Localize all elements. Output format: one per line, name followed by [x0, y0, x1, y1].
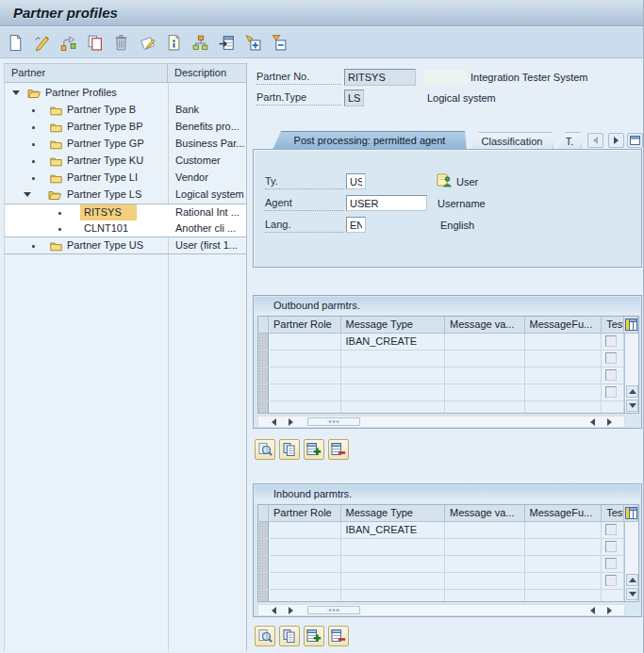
- agent-input[interactable]: [346, 195, 427, 211]
- tab-fullscreen-button[interactable]: [627, 133, 643, 148]
- test-checkbox[interactable]: [605, 558, 617, 569]
- select-all-header[interactable]: [258, 317, 269, 334]
- test-checkbox[interactable]: [605, 541, 617, 552]
- insert-row-icon[interactable]: [304, 439, 324, 460]
- tab-classification[interactable]: Classification: [471, 132, 553, 150]
- scroll-up-button[interactable]: [626, 385, 638, 398]
- hierarchy-icon[interactable]: [190, 32, 211, 53]
- expander-icon[interactable]: [12, 90, 20, 95]
- goto-table-icon[interactable]: [217, 32, 238, 53]
- display-change-icon[interactable]: [32, 32, 53, 53]
- row-selector[interactable]: [258, 556, 269, 572]
- tree-column-description[interactable]: Description: [168, 64, 246, 82]
- table-row[interactable]: IBAN_CREATE: [258, 522, 624, 539]
- arrow-right-icon[interactable]: [607, 607, 612, 614]
- arrow-right-icon[interactable]: [289, 418, 293, 426]
- row-selector[interactable]: [258, 401, 269, 414]
- col-message-function[interactable]: MessageFu...: [525, 505, 603, 522]
- tab-scroll-left-button[interactable]: [587, 133, 603, 148]
- table-row[interactable]: [258, 384, 624, 401]
- horizontal-scrollbar[interactable]: [257, 604, 625, 616]
- lang-input[interactable]: [346, 217, 366, 233]
- tree-row-type-b[interactable]: Partner Type B Bank: [5, 102, 246, 119]
- arrow-left-icon[interactable]: [590, 607, 595, 614]
- test-checkbox[interactable]: [605, 575, 617, 586]
- select-all-header[interactable]: [258, 505, 269, 522]
- message-type-cell[interactable]: IBAN_CREATE: [341, 334, 445, 350]
- ty-input[interactable]: [346, 173, 366, 189]
- collapse-all-icon[interactable]: [270, 32, 290, 53]
- test-checkbox[interactable]: [605, 369, 617, 381]
- horizontal-scrollbar[interactable]: [257, 416, 625, 428]
- col-message-variant[interactable]: Message va...: [445, 505, 525, 522]
- expander-icon[interactable]: [24, 192, 31, 197]
- tree-row-ritsys[interactable]: RITSYS Rational Int ...: [5, 204, 246, 220]
- test-checkbox[interactable]: [605, 386, 617, 398]
- check-icon[interactable]: [138, 32, 158, 53]
- table-settings-icon[interactable]: [624, 505, 638, 522]
- copy-rows-icon[interactable]: [279, 626, 300, 646]
- delete-icon[interactable]: [111, 32, 132, 53]
- scroll-down-button[interactable]: [626, 588, 638, 600]
- col-test[interactable]: Test: [602, 505, 624, 522]
- table-row[interactable]: [258, 539, 624, 556]
- arrow-left-icon[interactable]: [272, 418, 276, 426]
- scroll-up-button[interactable]: [626, 574, 638, 586]
- test-checkbox[interactable]: [605, 335, 617, 347]
- row-selector[interactable]: [258, 590, 269, 602]
- scroll-down-button[interactable]: [626, 400, 638, 412]
- tree-row-partner-profiles[interactable]: Partner Profiles: [5, 85, 246, 102]
- tree-row-type-li[interactable]: Partner Type LI Vendor: [5, 170, 246, 187]
- tab-telephony[interactable]: T.: [557, 132, 582, 150]
- copy-as-icon[interactable]: [58, 32, 79, 53]
- insert-row-icon[interactable]: [304, 626, 324, 646]
- tab-scroll-right-button[interactable]: [608, 133, 624, 148]
- arrow-right-icon[interactable]: [607, 418, 612, 426]
- col-message-function[interactable]: MessageFu...: [525, 317, 603, 334]
- delete-row-icon[interactable]: [328, 626, 349, 646]
- details-icon[interactable]: [255, 439, 275, 460]
- tree-row-type-bp[interactable]: Partner Type BP Benefits pro...: [5, 119, 246, 136]
- row-selector[interactable]: [258, 384, 269, 400]
- details-icon[interactable]: [255, 626, 275, 646]
- table-row[interactable]: [258, 367, 624, 384]
- row-selector[interactable]: [258, 539, 269, 555]
- test-checkbox[interactable]: [605, 352, 617, 364]
- col-partner-role[interactable]: Partner Role: [269, 505, 341, 522]
- col-partner-role[interactable]: Partner Role: [269, 317, 341, 334]
- scrollbar-thumb[interactable]: [307, 417, 360, 426]
- table-settings-icon[interactable]: [624, 317, 638, 334]
- expand-all-icon[interactable]: [243, 32, 264, 53]
- tree-row-type-gp[interactable]: Partner Type GP Business Par...: [5, 136, 246, 153]
- message-type-cell[interactable]: IBAN_CREATE: [341, 522, 445, 538]
- tree-row-type-ls[interactable]: Partner Type LS Logical system: [5, 187, 246, 204]
- test-checkbox[interactable]: [605, 524, 617, 535]
- col-message-type[interactable]: Message Type: [341, 317, 445, 334]
- documentation-icon[interactable]: [164, 32, 185, 53]
- table-row[interactable]: [258, 573, 624, 590]
- arrow-right-icon[interactable]: [289, 607, 293, 614]
- arrow-left-icon[interactable]: [272, 607, 276, 614]
- table-row[interactable]: IBAN_CREATE: [258, 334, 624, 351]
- selected-node-label[interactable]: RITSYS: [80, 204, 137, 221]
- row-selector[interactable]: [258, 522, 269, 538]
- arrow-left-icon[interactable]: [590, 418, 595, 426]
- scrollbar-thumb[interactable]: [307, 606, 360, 614]
- vertical-scrollbar[interactable]: [624, 334, 638, 414]
- tree-row-clnt101[interactable]: CLNT101 Another cli ...: [5, 220, 246, 237]
- tree-row-type-ku[interactable]: Partner Type KU Customer: [5, 153, 246, 170]
- col-test[interactable]: Test: [602, 317, 624, 334]
- row-selector[interactable]: [258, 351, 269, 367]
- copy-icon[interactable]: [85, 32, 106, 53]
- tree-column-partner[interactable]: Partner: [5, 64, 168, 82]
- tab-post-processing[interactable]: Post processing: permitted agent: [272, 131, 467, 150]
- vertical-scrollbar[interactable]: [624, 522, 638, 602]
- row-selector[interactable]: [258, 367, 269, 384]
- table-row[interactable]: [258, 556, 624, 573]
- partn-type-input[interactable]: [344, 90, 364, 106]
- delete-row-icon[interactable]: [328, 439, 349, 460]
- table-row[interactable]: [258, 590, 624, 602]
- partner-no-input[interactable]: [344, 69, 416, 86]
- copy-rows-icon[interactable]: [279, 439, 300, 460]
- create-icon[interactable]: [6, 32, 26, 53]
